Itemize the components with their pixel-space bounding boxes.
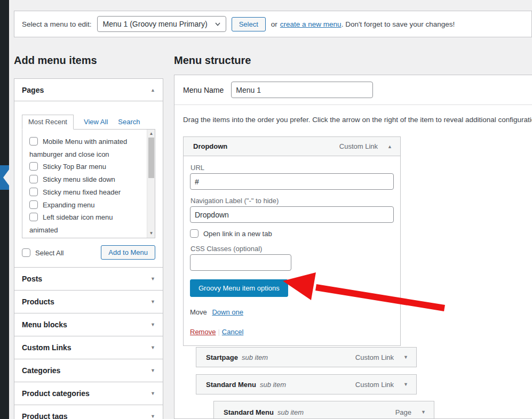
menu-item-type: Custom Link	[355, 353, 394, 361]
tab-search[interactable]: Search	[118, 115, 140, 129]
sub-item-badge: sub item	[260, 381, 286, 389]
chevron-down-icon[interactable]: ▼	[421, 409, 426, 415]
menu-item-dropdown: Dropdown Custom Link ▲ URL Navigation La…	[183, 136, 401, 346]
chevron-down-icon: ▼	[150, 299, 155, 304]
move-down-one-link[interactable]: Down one	[212, 308, 243, 316]
tab-view-all[interactable]: View All	[84, 115, 108, 129]
menu-item-standard-menu[interactable]: Standard Menusub item Custom Link ▼	[196, 374, 417, 394]
save-reminder-text: . Don't forget to save your changes!	[342, 20, 455, 28]
chevron-down-icon: ▼	[150, 345, 155, 350]
accordion-posts[interactable]: Posts▼	[14, 267, 163, 290]
url-input[interactable]	[190, 173, 394, 190]
chevron-down-icon[interactable]: ▼	[403, 354, 408, 360]
drag-instructions: Drag the items into the order you prefer…	[183, 116, 532, 124]
menu-item-type: Custom Link	[355, 381, 394, 389]
select-all-checkbox[interactable]	[22, 248, 30, 257]
add-to-menu-button[interactable]: Add to Menu	[101, 245, 155, 260]
chevron-down-icon: ▼	[150, 368, 155, 373]
page-checkbox[interactable]	[29, 137, 38, 146]
pages-panel-body: Most Recent View All Search Mobile Menu …	[14, 101, 163, 267]
scrollbar-thumb[interactable]	[148, 138, 154, 178]
move-row: Move Down one	[190, 308, 394, 316]
create-new-menu-link[interactable]: create a new menu	[280, 20, 342, 28]
collapse-menu-button[interactable]	[0, 165, 9, 190]
chevron-down-icon: ▼	[150, 414, 155, 419]
accordion-product-categories[interactable]: Product categories▼	[14, 382, 163, 405]
menu-item-standard-menu-page[interactable]: Standard Menusub item Page ▼	[213, 401, 434, 419]
pages-checklist: Mobile Menu with animated hamburger and …	[22, 129, 155, 238]
groovy-menu-item-options-button[interactable]: Groovy Menu item options	[190, 279, 288, 297]
remove-link[interactable]: Remove	[190, 328, 216, 336]
page-checkbox[interactable]	[29, 200, 38, 209]
add-menu-items-panel: Pages ▲ Most Recent View All Search Mobi…	[14, 78, 163, 419]
css-classes-label: CSS Classes (optional)	[190, 245, 394, 253]
menu-name-label: Menu Name	[183, 86, 224, 94]
accordion-products[interactable]: Products▼	[14, 290, 163, 313]
chevron-down-icon: ▼	[150, 391, 155, 396]
menu-item-title: Dropdown	[193, 142, 227, 150]
navigation-label: Navigation Label ("-" to hide)	[190, 197, 394, 205]
menu-item-startpage[interactable]: Startpagesub item Custom Link ▼	[196, 347, 417, 367]
chevron-down-icon	[215, 21, 220, 27]
separator: |	[218, 328, 219, 336]
menu-item-header[interactable]: Dropdown Custom Link ▲	[183, 136, 401, 156]
scrollbar[interactable]: ▲ ▼	[147, 130, 155, 238]
select-menu-label: Select a menu to edit:	[22, 20, 92, 28]
menu-select[interactable]: Menu 1 (Groovy menu Primary)	[97, 16, 226, 32]
list-item: Expanding menu	[29, 199, 142, 212]
menu-item-settings: URL Navigation Label ("-" to hide) Open …	[183, 156, 401, 346]
list-item: Sticky Top Bar menu	[29, 160, 142, 173]
chevron-down-icon: ▼	[150, 322, 155, 327]
admin-sidebar-collapsed	[0, 0, 9, 419]
menu-name-input[interactable]	[231, 82, 373, 98]
select-all-label: Select All	[22, 248, 63, 257]
add-menu-items-heading: Add menu items	[14, 54, 97, 67]
url-label: URL	[190, 164, 394, 172]
list-item: Mobile Menu with animated hamburger and …	[29, 135, 142, 160]
scroll-down-icon[interactable]: ▼	[147, 230, 155, 237]
open-new-tab-row: Open link in a new tab	[190, 229, 394, 238]
menu-structure-heading: Menu structure	[174, 54, 251, 67]
accordion-pages[interactable]: Pages ▲	[14, 79, 163, 101]
sub-item-badge: sub item	[242, 353, 268, 361]
pages-tabs: Most Recent View All Search	[22, 115, 155, 129]
accordion-product-tags[interactable]: Product tags▼	[14, 405, 163, 419]
select-button[interactable]: Select	[232, 17, 266, 31]
cancel-link[interactable]: Cancel	[222, 328, 243, 336]
menu-structure-panel: Menu Name Drag the items into the order …	[174, 75, 532, 419]
open-new-tab-label: Open link in a new tab	[203, 230, 272, 238]
accordion-custom-links[interactable]: Custom Links▼	[14, 336, 163, 359]
css-classes-input[interactable]	[190, 254, 291, 271]
list-item: Sticky menu slide down	[29, 173, 142, 186]
page-checkbox[interactable]	[29, 175, 38, 183]
tab-most-recent[interactable]: Most Recent	[22, 115, 74, 130]
scroll-up-icon[interactable]: ▲	[147, 130, 155, 138]
item-actions-row: Remove|Cancel	[190, 328, 394, 336]
page-checkbox[interactable]	[29, 188, 38, 196]
menu-item-type: Page	[395, 408, 411, 416]
accordion-menu-blocks[interactable]: Menu blocks▼	[14, 313, 163, 336]
navigation-label-input[interactable]	[190, 206, 394, 223]
menu-name-row: Menu Name	[174, 75, 532, 105]
chevron-up-icon[interactable]: ▲	[387, 144, 392, 149]
or-text: or	[271, 20, 277, 28]
collapse-arrow-icon	[3, 170, 9, 186]
open-new-tab-checkbox[interactable]	[190, 229, 198, 238]
move-label: Move	[190, 308, 207, 316]
page-checkbox[interactable]	[29, 162, 38, 171]
chevron-up-icon: ▲	[150, 87, 155, 93]
menu-item-type: Custom Link	[339, 142, 378, 150]
menu-select-bar: Select a menu to edit: Menu 1 (Groovy me…	[14, 11, 532, 37]
list-item: Sticky menu fixed header	[29, 186, 142, 199]
list-item: Left sidebar icon menu animated	[29, 211, 142, 236]
accordion-categories[interactable]: Categories▼	[14, 359, 163, 382]
sub-item-badge: sub item	[277, 408, 304, 416]
chevron-down-icon: ▼	[150, 276, 155, 281]
menu-select-value: Menu 1 (Groovy menu Primary)	[103, 20, 208, 28]
chevron-down-icon[interactable]: ▼	[403, 382, 408, 387]
page-checkbox[interactable]	[29, 213, 38, 221]
